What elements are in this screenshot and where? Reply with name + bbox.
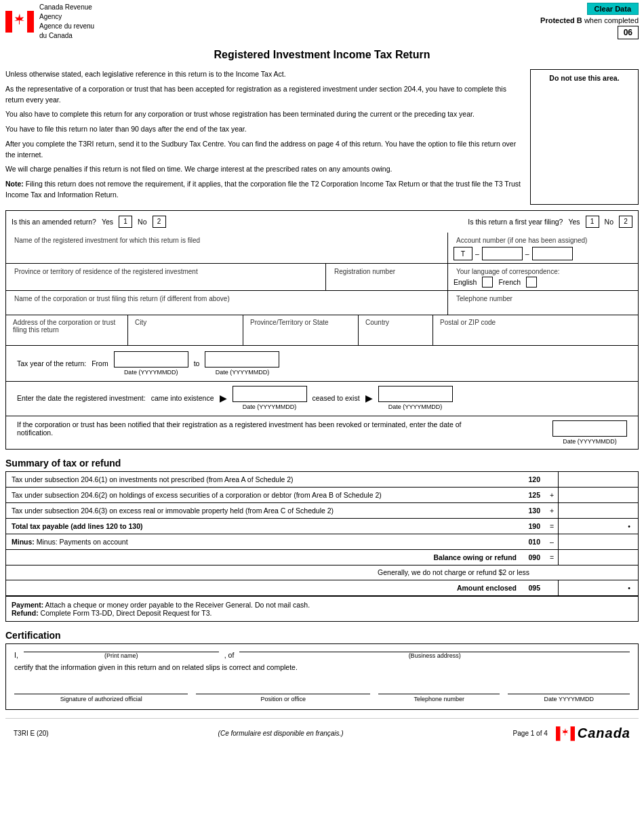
came-date-box[interactable]: [233, 386, 307, 402]
cert-position-sublabel: Position or office: [196, 696, 369, 702]
do-not-use-box: Do not use this area.: [530, 69, 639, 205]
english-checkbox[interactable]: [482, 277, 493, 287]
no-label-2: No: [605, 218, 613, 226]
summary-value-120[interactable]: [558, 472, 626, 487]
protected-suffix: when completed: [584, 16, 639, 24]
postal-label: Postal or ZIP code: [437, 317, 634, 327]
summary-value-130[interactable]: [558, 503, 626, 518]
footer-right: Page 1 of 4 Canada: [513, 724, 630, 743]
intro-p5: After you complete the T3RI return, send…: [5, 139, 523, 161]
row-province: Province or territory of residence of th…: [6, 264, 638, 291]
summary-line-120: 120: [522, 475, 546, 483]
account-dash2: –: [525, 250, 529, 258]
to-date-box[interactable]: [205, 351, 279, 368]
cert-position-line[interactable]: [196, 681, 369, 694]
summary-desc-120: Tax under subsection 204.6(1) on investm…: [12, 475, 522, 483]
french-checkbox[interactable]: [526, 277, 537, 287]
svg-rect-0: [5, 11, 12, 33]
svg-rect-1: [27, 11, 34, 33]
cert-row1: I, (Print name) , of (Business address): [14, 651, 630, 659]
row-tax-year: Tax year of the return: From Date (YYYYM…: [6, 346, 638, 382]
cert-addr-group: (Business address): [239, 652, 630, 659]
no-label-1: No: [138, 218, 146, 226]
summary-desc-090: Balance owing or refund: [12, 553, 522, 561]
cert-sig-row: Signature of authorized official Positio…: [14, 681, 630, 702]
account-number-label: Account number (if one has been assigned…: [454, 235, 632, 245]
account-dash1: –: [475, 250, 479, 258]
address-input[interactable]: [10, 335, 123, 343]
cert-date-block: Date YYYYMMDD: [508, 681, 630, 702]
arrow-right-1: ▶: [220, 393, 227, 403]
row-address: Address of the corporation or trust fili…: [6, 315, 638, 346]
from-date-box[interactable]: [114, 351, 188, 368]
account-mid-box: [482, 247, 523, 260]
prov-state-label: Province/Territory or State: [247, 317, 354, 327]
to-label: to: [194, 359, 200, 368]
cert-certify-text: certify that the information given in th…: [14, 663, 630, 671]
cert-i-label: I,: [14, 651, 18, 659]
amended-no-box: 2: [153, 216, 166, 228]
cert-tel-line[interactable]: [378, 681, 500, 694]
province-input[interactable]: [12, 277, 201, 285]
reg-number-input[interactable]: [331, 277, 442, 285]
refund-label: Refund:: [12, 609, 39, 617]
cert-sig-block: Signature of authorized official: [14, 681, 188, 702]
summary-desc-130: Tax under subsection 204.6(3) on excess …: [12, 507, 522, 515]
postal-input[interactable]: [437, 335, 634, 343]
summary-op-090: =: [546, 553, 558, 561]
canada-wordmark-text: Canada: [578, 726, 630, 741]
summary-header: Summary of tax or refund: [5, 458, 639, 469]
summary-line-090: 090: [522, 553, 546, 561]
french-label: French: [498, 278, 521, 286]
summary-value-125[interactable]: [558, 488, 626, 502]
summary-value-010[interactable]: [558, 534, 626, 549]
agency-fr: Agence du revenu: [39, 22, 94, 31]
first-year-yes-box: 1: [586, 216, 599, 228]
summary-value-095[interactable]: [558, 580, 626, 595]
account-end-box: [532, 247, 573, 260]
summary-section: Tax under subsection 204.6(1) on investm…: [5, 471, 639, 622]
first-year-label: Is this return a first year filing?: [468, 218, 563, 226]
cert-date-line[interactable]: [508, 681, 630, 694]
address-label: Address of the corporation or trust fili…: [10, 317, 123, 335]
telephone-label: Telephone number: [454, 294, 632, 304]
ceased-date-label: Date (YYYYMMDD): [388, 403, 443, 410]
notification-date-label: Date (YYYYMMDD): [563, 438, 617, 445]
certification-section: I, (Print name) , of (Business address) …: [5, 643, 639, 710]
summary-op-190: =: [546, 522, 558, 530]
city-input[interactable]: [132, 335, 239, 343]
cert-sig-line[interactable]: [14, 681, 188, 694]
summary-note-text: Generally, we do not charge or refund $2…: [378, 568, 529, 576]
arrow-right-2: ▶: [365, 393, 373, 403]
first-year-no-box: 2: [619, 216, 632, 228]
row-corp-name: Name of the corporation or trust filing …: [6, 291, 638, 315]
summary-value-090[interactable]: [558, 550, 626, 565]
yes-label-1: Yes: [102, 218, 113, 226]
logo-area: Canada Revenue Agency Agence du revenu d…: [5, 3, 94, 41]
summary-op-125: +: [546, 491, 558, 499]
cert-print-group: (Print name): [24, 652, 219, 659]
canada-wordmark-area: Canada: [556, 724, 630, 743]
amended-yes-box: 1: [119, 216, 132, 228]
notification-date-box[interactable]: [552, 420, 627, 437]
intro-p6: We will charge penalties if this return …: [5, 164, 523, 175]
summary-value-190[interactable]: [558, 519, 626, 534]
notification-date-group: Date (YYYYMMDD): [552, 420, 627, 445]
summary-op-010: –: [546, 538, 558, 546]
ceased-date-box[interactable]: [378, 386, 453, 402]
came-date-group: Date (YYYYMMDD): [233, 386, 307, 410]
summary-row-090: Balance owing or refund 090 =: [6, 550, 638, 565]
clear-data-button[interactable]: Clear Data: [587, 3, 639, 15]
summary-line-130: 130: [522, 507, 546, 515]
cert-sig-sublabel: Signature of authorized official: [14, 696, 188, 702]
country-input[interactable]: [363, 335, 428, 343]
prov-state-input[interactable]: [247, 335, 354, 343]
row-name-investment: Name of the registered investment for wh…: [6, 233, 638, 264]
agency-fr2: du Canada: [39, 31, 94, 41]
name-investment-input[interactable]: [12, 245, 442, 254]
telephone-input[interactable]: [454, 304, 632, 312]
corp-name-input[interactable]: [12, 304, 442, 312]
summary-row-190: Total tax payable (add lines 120 to 130)…: [6, 519, 638, 534]
summary-row-130: Tax under subsection 204.6(3) on excess …: [6, 503, 638, 519]
reg-number-cell: Registration number: [326, 264, 448, 290]
